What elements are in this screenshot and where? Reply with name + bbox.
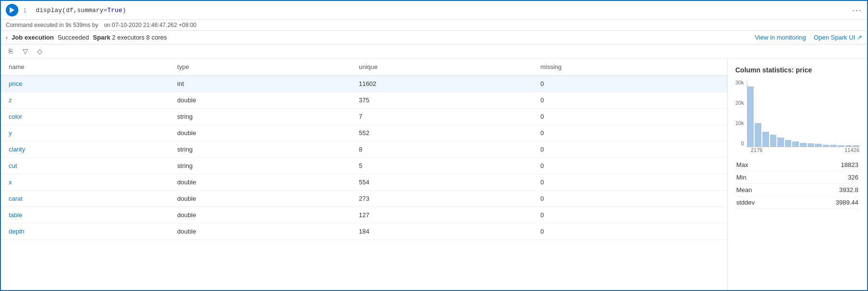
stat-value: 326	[792, 171, 859, 184]
stat-label: Min	[735, 171, 792, 184]
stat-label: Mean	[735, 184, 792, 196]
main-content: name type unique missing price int 11602…	[1, 58, 867, 290]
row-name-link[interactable]: depth	[9, 228, 25, 235]
stats-row: Min 326	[735, 171, 859, 184]
spark-label: Spark	[93, 34, 110, 41]
cell-missing: 0	[533, 223, 727, 240]
cell-unique: 5	[351, 158, 533, 174]
cell-type: double	[169, 125, 351, 141]
histogram-bar	[777, 138, 784, 147]
table-row[interactable]: y double 552 0	[1, 125, 727, 141]
cell-missing: 0	[533, 125, 727, 141]
cell-name[interactable]: cut	[1, 158, 169, 174]
histogram-bar	[838, 145, 844, 147]
cell-name[interactable]: z	[1, 92, 169, 109]
table-row[interactable]: table double 127 0	[1, 207, 727, 223]
col-header-name: name	[1, 58, 169, 76]
more-options-button[interactable]: ···	[852, 5, 862, 15]
row-name-link[interactable]: price	[9, 80, 22, 87]
table-row[interactable]: clarity string 8 0	[1, 141, 727, 158]
cell-type: double	[169, 174, 351, 191]
histogram-bar	[800, 143, 807, 147]
stats-values-table: Max 18823 Min 326 Mean 3932.8 stddev 398…	[735, 159, 859, 209]
cell-missing: 0	[533, 141, 727, 158]
cell-name[interactable]: y	[1, 125, 169, 141]
stats-title: Column statistics: price	[735, 66, 859, 74]
cell-name[interactable]: clarity	[1, 141, 169, 158]
code-function: display(df,summary=	[36, 7, 107, 14]
y-axis-labels: 30k 20k 10k 0	[735, 80, 744, 147]
cell-name[interactable]: price	[1, 76, 169, 92]
spark-info: Spark 2 executors 8 cores	[93, 34, 166, 41]
x-label-left: 2176	[751, 147, 762, 153]
stat-value: 3989.44	[792, 196, 859, 209]
histogram-bar	[853, 145, 859, 147]
cell-unique: 7	[351, 109, 533, 125]
cell-type: double	[169, 191, 351, 207]
line-number: 1	[23, 7, 31, 14]
y-label-low: 10k	[735, 120, 744, 126]
y-label-top: 30k	[735, 80, 744, 85]
table-row[interactable]: carat double 273 0	[1, 191, 727, 207]
stats-row: stddev 3989.44	[735, 196, 859, 209]
row-name-link[interactable]: carat	[9, 195, 23, 202]
table-header-row: name type unique missing	[1, 58, 727, 76]
stat-value: 18823	[792, 159, 859, 171]
open-spark-ui-link[interactable]: Open Spark UI ↗	[813, 34, 862, 41]
table-row[interactable]: depth double 184 0	[1, 223, 727, 240]
copy-icon[interactable]: ⎘	[6, 46, 15, 56]
y-label-mid: 20k	[735, 100, 744, 106]
notebook-cell: 1 display(df,summary=True) ··· Command e…	[0, 0, 868, 291]
col-header-missing: missing	[533, 58, 727, 76]
job-status: Succeeded	[57, 34, 89, 41]
cell-unique: 554	[351, 174, 533, 191]
x-label-right: 11426	[844, 147, 859, 153]
cell-missing: 0	[533, 158, 727, 174]
cell-name[interactable]: table	[1, 207, 169, 223]
table-header: name type unique missing	[1, 58, 727, 76]
histogram-bar	[823, 145, 829, 147]
code-value: True	[107, 7, 122, 14]
execution-info: Command executed in 9s 539ms by on 07-10…	[1, 20, 867, 31]
row-name-link[interactable]: table	[9, 211, 22, 219]
table-row[interactable]: price int 11602 0	[1, 76, 727, 92]
row-name-link[interactable]: x	[9, 179, 12, 186]
stats-panel: Column statistics: price 30k 20k 10k 0 2…	[727, 58, 867, 290]
table-row[interactable]: color string 7 0	[1, 109, 727, 125]
cell-name[interactable]: carat	[1, 191, 169, 207]
cell-missing: 0	[533, 191, 727, 207]
row-name-link[interactable]: z	[9, 97, 12, 104]
histogram-bar	[755, 123, 761, 147]
col-header-unique: unique	[351, 58, 533, 76]
y-label-zero: 0	[741, 140, 744, 146]
view-monitoring-link[interactable]: View in monitoring	[755, 34, 806, 41]
clear-icon[interactable]: ◇	[35, 46, 44, 56]
data-table: name type unique missing price int 11602…	[1, 58, 727, 240]
toolbar-row: ⎘ ▽ ◇	[1, 44, 867, 58]
filter-icon[interactable]: ▽	[20, 46, 30, 56]
stat-value: 3932.8	[792, 184, 859, 196]
row-name-link[interactable]: color	[9, 113, 22, 120]
job-status-bar: › Job execution Succeeded Spark 2 execut…	[1, 31, 867, 44]
cell-name[interactable]: x	[1, 174, 169, 191]
cell-unique: 552	[351, 125, 533, 141]
run-button[interactable]	[6, 4, 18, 16]
cell-name[interactable]: depth	[1, 223, 169, 240]
table-row[interactable]: x double 554 0	[1, 174, 727, 191]
histogram-bar	[770, 135, 777, 147]
cell-missing: 0	[533, 92, 727, 109]
row-name-link[interactable]: y	[9, 129, 12, 137]
table-row[interactable]: cut string 5 0	[1, 158, 727, 174]
stats-row: Mean 3932.8	[735, 184, 859, 196]
cell-type: string	[169, 109, 351, 125]
monitoring-links: View in monitoring Open Spark UI ↗	[755, 34, 862, 41]
data-table-section: name type unique missing price int 11602…	[1, 58, 727, 290]
stats-table-body: Max 18823 Min 326 Mean 3932.8 stddev 398…	[735, 159, 859, 209]
row-name-link[interactable]: clarity	[9, 146, 25, 153]
stat-label: Max	[735, 159, 792, 171]
row-name-link[interactable]: cut	[9, 162, 17, 169]
code-display: display(df,summary=True)	[36, 7, 847, 14]
expand-icon[interactable]: ›	[6, 34, 8, 41]
cell-name[interactable]: color	[1, 109, 169, 125]
table-row[interactable]: z double 375 0	[1, 92, 727, 109]
